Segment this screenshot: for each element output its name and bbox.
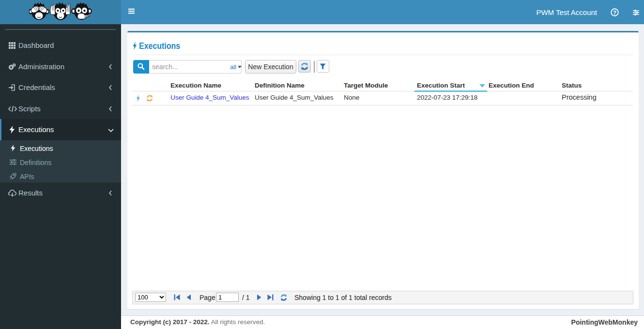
- svg-text:?: ?: [613, 10, 616, 15]
